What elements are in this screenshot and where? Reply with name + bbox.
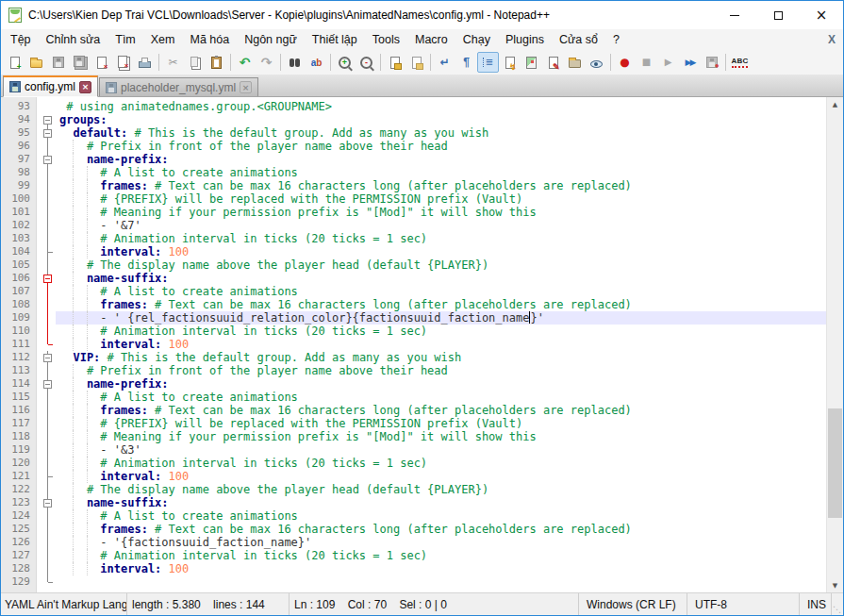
code-line-96[interactable]: 96# Prefix in front of the player name a… bbox=[1, 140, 827, 153]
code-text[interactable]: # using animatednames.group.<GROUPNAME> bbox=[56, 100, 827, 113]
code-text[interactable]: frames: # Text can be max 16 characters … bbox=[56, 404, 827, 417]
code-line-113[interactable]: 113# Prefix in front of the player name … bbox=[1, 364, 827, 377]
code-text[interactable]: - '&7' bbox=[56, 219, 827, 232]
menu-item-settings[interactable]: Thiết lập bbox=[305, 29, 365, 50]
code-line-125[interactable]: 125frames: # Text can be max 16 characte… bbox=[1, 523, 827, 536]
code-line-102[interactable]: 102- '&7' bbox=[1, 219, 827, 232]
menu-item-help[interactable]: ? bbox=[605, 29, 627, 50]
tab-placeholder-mysql-yml[interactable]: placeholder_mysql.yml× bbox=[99, 77, 258, 96]
code-line-115[interactable]: 115# A list to create animations bbox=[1, 391, 827, 404]
code-text[interactable]: # Animation interval in ticks (20 ticks … bbox=[56, 232, 827, 245]
editor[interactable]: 93 # using animatednames.group.<GROUPNAM… bbox=[1, 97, 843, 592]
code-text[interactable]: # Meaning if your permission prefix is "… bbox=[56, 206, 827, 219]
code-text[interactable]: # A list to create animations bbox=[56, 391, 827, 404]
word-wrap-icon[interactable]: ↵ bbox=[434, 52, 455, 73]
code-text[interactable]: # {PREFIX} will be replaced with the PER… bbox=[56, 192, 827, 206]
menu-item-encoding[interactable]: Mã hóa bbox=[182, 29, 237, 50]
fold-box-icon[interactable] bbox=[43, 499, 52, 508]
code-line-126[interactable]: 126- '{factionsuuid_faction_name}' bbox=[1, 536, 827, 549]
macro-stop-icon[interactable]: ■ bbox=[636, 52, 657, 73]
code-text[interactable]: # Prefix in front of the player name abo… bbox=[56, 140, 827, 153]
scroll-down-button[interactable]: ▼ bbox=[827, 578, 843, 592]
code-line-106[interactable]: 106name-suffix: bbox=[1, 272, 827, 285]
code-text[interactable]: name-prefix: bbox=[56, 153, 827, 166]
code-text[interactable]: # Animation interval in ticks (20 ticks … bbox=[56, 549, 827, 562]
code-line-120[interactable]: 120# Animation interval in ticks (20 tic… bbox=[1, 457, 827, 470]
fold-box-icon[interactable] bbox=[43, 354, 52, 362]
menu-item-window[interactable]: Cửa sổ bbox=[552, 29, 605, 50]
open-icon[interactable] bbox=[25, 52, 47, 73]
sync-v-scroll-icon[interactable] bbox=[384, 52, 405, 73]
code-text[interactable]: name-prefix: bbox=[56, 377, 827, 391]
code-text[interactable]: - '&3' bbox=[56, 443, 827, 457]
code-line-114[interactable]: 114name-prefix: bbox=[1, 377, 827, 391]
code-text[interactable]: VIP: # This is the default group. Add as… bbox=[56, 351, 827, 364]
code-text[interactable]: name-suffix: bbox=[56, 496, 827, 509]
code-line-107[interactable]: 107# A list to create animations bbox=[1, 285, 827, 298]
undo-icon[interactable]: ↶ bbox=[234, 52, 256, 73]
tab-config-yml[interactable]: config.yml× bbox=[3, 75, 98, 97]
code-text[interactable]: frames: # Text can be max 16 characters … bbox=[56, 523, 827, 536]
fold-box-icon[interactable] bbox=[43, 129, 52, 138]
code-line-101[interactable]: 101# Meaning if your permission prefix i… bbox=[1, 206, 827, 219]
new-file-icon[interactable]: + bbox=[4, 52, 25, 73]
code-area[interactable]: 93 # using animatednames.group.<GROUPNAM… bbox=[1, 97, 827, 592]
maximize-button[interactable] bbox=[756, 1, 800, 29]
vertical-scrollbar[interactable]: ▲ ▼ bbox=[826, 97, 843, 592]
fold-marker[interactable] bbox=[41, 153, 56, 166]
replace-icon[interactable]: ab bbox=[306, 52, 327, 73]
minimize-button[interactable] bbox=[713, 1, 756, 29]
macro-save-icon[interactable]: ● bbox=[701, 52, 722, 73]
doc-map-icon[interactable] bbox=[521, 52, 542, 73]
code-text[interactable]: groups: bbox=[56, 113, 827, 126]
zoom-in-icon[interactable]: + bbox=[334, 52, 356, 73]
scroll-thumb[interactable] bbox=[828, 408, 842, 518]
code-line-109[interactable]: 109- ' {rel_factionsuuid_relation_color}… bbox=[1, 311, 827, 325]
code-text[interactable]: # A list to create animations bbox=[56, 509, 827, 523]
menu-item-search[interactable]: Tìm bbox=[108, 29, 143, 50]
code-text[interactable]: # A list to create animations bbox=[56, 285, 827, 298]
menu-item-tools[interactable]: Tools bbox=[365, 29, 407, 50]
save-icon[interactable] bbox=[47, 52, 69, 73]
code-text[interactable]: interval: 100 bbox=[56, 562, 827, 575]
tab-close-icon[interactable]: × bbox=[79, 81, 91, 93]
show-all-chars-icon[interactable]: ¶ bbox=[455, 52, 477, 73]
code-text[interactable] bbox=[56, 575, 827, 589]
code-line-119[interactable]: 119- '&3' bbox=[1, 443, 827, 457]
paste-icon[interactable] bbox=[206, 52, 227, 73]
code-line-111[interactable]: 111interval: 100 bbox=[1, 338, 827, 351]
code-line-100[interactable]: 100# {PREFIX} will be replaced with the … bbox=[1, 192, 827, 206]
code-text[interactable]: # A list to create animations bbox=[56, 166, 827, 179]
folder-workspace-icon[interactable] bbox=[564, 52, 586, 73]
menubar-close-doc-icon[interactable]: X bbox=[828, 33, 836, 46]
fold-marker[interactable] bbox=[41, 496, 56, 509]
code-line-98[interactable]: 98# A list to create animations bbox=[1, 166, 827, 179]
zoom-out-icon[interactable]: - bbox=[356, 52, 377, 73]
menu-item-edit[interactable]: Chỉnh sửa bbox=[39, 29, 108, 50]
fold-marker[interactable] bbox=[41, 113, 56, 126]
code-text[interactable]: # Prefix in front of the player name abo… bbox=[56, 364, 827, 377]
close-all-icon[interactable]: × bbox=[112, 52, 134, 73]
macro-record-icon[interactable]: ● bbox=[614, 52, 636, 73]
save-all-icon[interactable] bbox=[69, 52, 91, 73]
code-text[interactable]: interval: 100 bbox=[56, 245, 827, 258]
menu-item-file[interactable]: Tệp bbox=[3, 29, 39, 50]
code-text[interactable]: # {PREFIX} will be replaced with the PER… bbox=[56, 417, 827, 430]
menu-item-language[interactable]: Ngôn ngữ bbox=[237, 29, 305, 50]
monitoring-icon[interactable] bbox=[586, 52, 607, 73]
code-text[interactable]: - ' {rel_factionsuuid_relation_color}{fa… bbox=[56, 311, 827, 325]
resize-grip[interactable]: ⋱ bbox=[832, 593, 843, 615]
scroll-up-button[interactable]: ▲ bbox=[827, 97, 843, 111]
code-line-124[interactable]: 124# A list to create animations bbox=[1, 509, 827, 523]
user-dialog-icon[interactable]: ↯ bbox=[499, 52, 521, 73]
cut-icon[interactable]: ✂ bbox=[162, 52, 184, 73]
code-text[interactable]: # The display name above the player head… bbox=[56, 258, 827, 272]
code-line-122[interactable]: 122# The display name above the player h… bbox=[1, 483, 827, 496]
copy-icon[interactable] bbox=[184, 52, 206, 73]
code-line-95[interactable]: 95default: # This is the default group. … bbox=[1, 126, 827, 140]
print-icon[interactable] bbox=[134, 52, 156, 73]
code-text[interactable]: interval: 100 bbox=[56, 470, 827, 483]
fold-box-icon[interactable] bbox=[43, 380, 52, 389]
code-text[interactable]: interval: 100 bbox=[56, 338, 827, 351]
redo-icon[interactable]: ↷ bbox=[256, 52, 277, 73]
